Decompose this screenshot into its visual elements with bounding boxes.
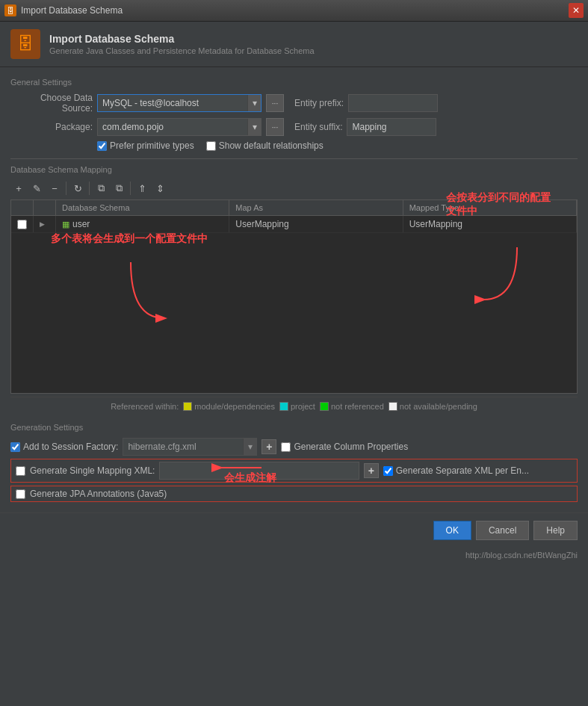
datasource-input[interactable] (98, 96, 247, 110)
gen-separate-xml-item[interactable]: Generate Separate XML per En... (383, 465, 572, 476)
legend-color-module (183, 402, 192, 411)
watermark: http://blog.csdn.net/BtWangZhi (0, 548, 588, 563)
table-header: Database Schema Map As Mapped Type (11, 200, 577, 216)
schema-toolbar: + ✎ − ↻ ⧉ ⧉ ⇑ ⇕ (10, 180, 578, 196)
legend-label: Referenced within: (111, 402, 179, 411)
header-title: Import Database Schema (49, 33, 315, 45)
show-default-relationships-label: Show default relationships (219, 140, 324, 151)
gen-jpa-label: Generate JPA Annotations (Java5) (30, 489, 167, 499)
section-divider-1 (10, 158, 578, 159)
package-arrow[interactable]: ▾ (247, 119, 261, 135)
legend-module: module/dependencies (183, 402, 275, 411)
col-map-as: Map As (229, 200, 403, 215)
row-expand-cell[interactable]: ▶ (34, 216, 56, 232)
col-mapped-type: Mapped Type (403, 200, 577, 215)
gen-single-mapping-checkbox[interactable] (16, 466, 25, 476)
legend-color-notref (320, 402, 329, 411)
copy-button[interactable]: ⧉ (93, 180, 109, 196)
show-default-relationships-checkbox[interactable] (206, 141, 216, 151)
entity-prefix-label: Entity prefix: (294, 98, 344, 108)
gen-column-props-checkbox[interactable] (281, 442, 291, 452)
legend-not-ref: not referenced (320, 402, 384, 411)
paste-button[interactable]: ⧉ (111, 180, 127, 196)
row-mappedtype-cell: UserMapping (403, 216, 577, 232)
legend-pending: not available/pending (389, 402, 477, 411)
single-mapping-plus[interactable]: + (364, 463, 379, 478)
dialog-icon: 🗄 (4, 4, 16, 16)
entity-prefix-input[interactable] (348, 94, 438, 112)
gen-single-mapping-input[interactable] (159, 462, 359, 480)
watermark-text: http://blog.csdn.net/BtWangZhi (465, 551, 578, 560)
dialog-body: General Settings Choose Data Source: ▾ ·… (0, 67, 588, 513)
row-schema-value: user (72, 219, 90, 229)
jpa-annotations-inner: Generate JPA Annotations (Java5) (16, 489, 572, 499)
prefer-primitives-item[interactable]: Prefer primitive types (97, 140, 194, 151)
header-text: Import Database Schema Generate Java Cla… (49, 33, 315, 55)
session-factory-label: Add to Session Factory: (23, 442, 118, 452)
header-icon: 🗄 (10, 29, 40, 59)
single-mapping-row: Generate Single Mapping XML: + Generate … (10, 459, 578, 483)
toolbar-sep-2 (89, 182, 90, 195)
gen-jpa-checkbox[interactable] (16, 489, 25, 499)
row-expand-icon[interactable]: ▶ (40, 220, 45, 228)
schema-table: Database Schema Map As Mapped Type ▶ ▦ u… (10, 199, 578, 394)
legend-project-label: project (291, 402, 315, 411)
col-expand (34, 200, 56, 215)
session-factory-checkbox[interactable] (10, 442, 20, 452)
close-button[interactable]: ✕ (569, 3, 584, 18)
row-checkbox[interactable] (17, 220, 27, 229)
gen-column-props-label: Generate Column Properties (294, 442, 408, 452)
gen-col-props-item[interactable]: Generate Column Properties (281, 442, 578, 452)
legend-notref-label: not referenced (331, 402, 384, 411)
legend-pending-label: not available/pending (400, 402, 477, 411)
session-factory-arrow[interactable]: ▾ (243, 439, 256, 455)
legend-color-project (279, 402, 288, 411)
header-subtitle: Generate Java Classes and Persistence Me… (49, 46, 315, 55)
session-factory-combo[interactable]: ▾ (123, 438, 257, 456)
toolbar-sep-3 (130, 182, 131, 195)
datasource-row: Choose Data Source: ▾ ··· Entity prefix: (10, 93, 578, 114)
db-schema-mapping-label: Database Schema Mapping (10, 165, 578, 174)
gen-separate-xml-checkbox[interactable] (383, 466, 393, 476)
datasource-label: Choose Data Source: (10, 93, 93, 114)
datasource-arrow[interactable]: ▾ (247, 95, 261, 111)
help-button[interactable]: Help (533, 521, 578, 540)
row-mappedtype-value: UserMapping (409, 219, 462, 229)
show-default-rel-item[interactable]: Show default relationships (206, 140, 324, 151)
package-input[interactable] (98, 120, 247, 134)
gen-settings-label: Generation Settings (10, 423, 578, 432)
row-mapas-cell: UserMapping (229, 216, 403, 232)
legend-module-label: module/dependencies (194, 402, 275, 411)
jpa-annotations-row: Generate JPA Annotations (Java5) (10, 486, 578, 502)
add-button[interactable]: + (10, 180, 27, 196)
prefer-primitives-checkbox[interactable] (97, 141, 107, 151)
row-checkbox-cell[interactable] (11, 216, 34, 232)
session-factory-plus[interactable]: + (261, 439, 276, 454)
legend-bar: Referenced within: module/dependencies p… (10, 397, 578, 415)
datasource-combo[interactable]: ▾ (97, 94, 261, 112)
edit-button[interactable]: ✎ (28, 180, 45, 196)
gen-single-mapping-label: Generate Single Mapping XML: (30, 465, 155, 476)
package-combo[interactable]: ▾ (97, 118, 261, 136)
entity-suffix-input[interactable] (347, 118, 436, 136)
table-row[interactable]: ▶ ▦ user UserMapping UserMapping (11, 216, 577, 233)
gen-separate-xml-label: Generate Separate XML per En... (396, 465, 529, 476)
col-checkbox (11, 200, 34, 215)
package-row: Package: ▾ ··· Entity suffix: (10, 118, 578, 136)
toolbar-sep-1 (66, 182, 66, 195)
session-factory-check-item[interactable]: Add to Session Factory: (10, 442, 118, 452)
session-factory-input[interactable] (123, 440, 243, 453)
split-button[interactable]: ⇕ (152, 180, 168, 196)
row-mapas-value: UserMapping (235, 219, 288, 229)
package-three-dot[interactable]: ··· (266, 118, 284, 136)
remove-button[interactable]: − (46, 180, 63, 196)
row-schema-cell: ▦ user (56, 216, 229, 232)
legend-color-pending (389, 402, 397, 411)
single-mapping-inner: Generate Single Mapping XML: + Generate … (16, 462, 572, 480)
ok-button[interactable]: OK (433, 521, 471, 540)
datasource-three-dot[interactable]: ··· (266, 94, 284, 112)
refresh-button[interactable]: ↻ (69, 180, 86, 196)
move-up-button[interactable]: ⇑ (134, 180, 150, 196)
cancel-button[interactable]: Cancel (476, 521, 529, 540)
general-settings-label: General Settings (10, 78, 578, 87)
